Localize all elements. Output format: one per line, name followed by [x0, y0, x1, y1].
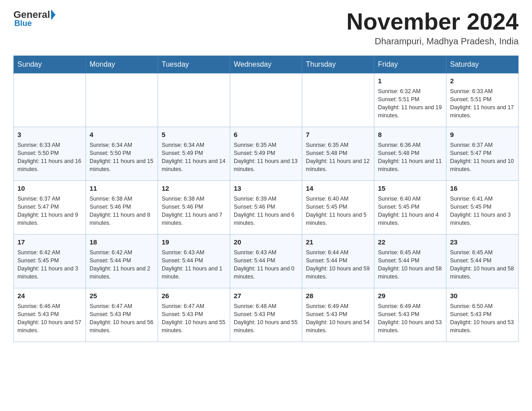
calendar-cell [302, 73, 374, 127]
calendar-cell: 12Sunrise: 6:38 AMSunset: 5:46 PMDayligh… [158, 181, 230, 235]
day-info: Sunrise: 6:41 AMSunset: 5:45 PMDaylight:… [450, 195, 515, 227]
day-number: 4 [90, 130, 154, 140]
day-number: 3 [17, 130, 82, 140]
day-number: 9 [450, 130, 515, 140]
day-info: Sunrise: 6:38 AMSunset: 5:46 PMDaylight:… [162, 195, 226, 227]
day-info: Sunrise: 6:47 AMSunset: 5:43 PMDaylight:… [162, 302, 226, 335]
day-header-sunday: Sunday [14, 56, 86, 73]
day-number: 29 [378, 291, 442, 301]
calendar-header-row: SundayMondayTuesdayWednesdayThursdayFrid… [14, 56, 519, 73]
day-info: Sunrise: 6:33 AMSunset: 5:50 PMDaylight:… [17, 141, 82, 174]
day-number: 6 [234, 130, 298, 140]
day-info: Sunrise: 6:50 AMSunset: 5:43 PMDaylight:… [450, 302, 515, 335]
day-number: 11 [90, 184, 154, 193]
day-info: Sunrise: 6:43 AMSunset: 5:44 PMDaylight:… [162, 248, 226, 281]
day-number: 30 [450, 291, 515, 301]
calendar-cell: 21Sunrise: 6:44 AMSunset: 5:44 PMDayligh… [302, 235, 374, 288]
calendar-cell: 26Sunrise: 6:47 AMSunset: 5:43 PMDayligh… [158, 288, 230, 342]
page-header: General Blue November 2024 Dharampuri, M… [13, 9, 519, 47]
logo: General Blue [13, 9, 56, 28]
day-number: 13 [234, 184, 298, 193]
calendar-cell: 27Sunrise: 6:48 AMSunset: 5:43 PMDayligh… [230, 288, 302, 342]
calendar-cell: 14Sunrise: 6:40 AMSunset: 5:45 PMDayligh… [302, 181, 374, 235]
day-info: Sunrise: 6:37 AMSunset: 5:47 PMDaylight:… [450, 141, 515, 174]
calendar-week-1: 1Sunrise: 6:32 AMSunset: 5:51 PMDaylight… [14, 73, 519, 127]
day-info: Sunrise: 6:35 AMSunset: 5:48 PMDaylight:… [306, 141, 370, 174]
logo-triangle-icon [51, 9, 56, 20]
day-info: Sunrise: 6:42 AMSunset: 5:45 PMDaylight:… [17, 248, 82, 281]
day-header-tuesday: Tuesday [158, 56, 230, 73]
day-info: Sunrise: 6:44 AMSunset: 5:44 PMDaylight:… [306, 248, 370, 281]
day-header-monday: Monday [86, 56, 158, 73]
day-number: 2 [450, 76, 515, 86]
day-info: Sunrise: 6:39 AMSunset: 5:46 PMDaylight:… [234, 195, 298, 227]
day-info: Sunrise: 6:47 AMSunset: 5:43 PMDaylight:… [90, 302, 154, 335]
day-number: 17 [17, 237, 82, 247]
day-number: 1 [378, 76, 442, 86]
calendar-cell: 19Sunrise: 6:43 AMSunset: 5:44 PMDayligh… [158, 235, 230, 288]
calendar-cell: 20Sunrise: 6:43 AMSunset: 5:44 PMDayligh… [230, 235, 302, 288]
calendar-cell: 10Sunrise: 6:37 AMSunset: 5:47 PMDayligh… [14, 181, 86, 235]
day-number: 26 [162, 291, 226, 301]
day-number: 22 [378, 237, 442, 247]
calendar-week-3: 10Sunrise: 6:37 AMSunset: 5:47 PMDayligh… [14, 181, 519, 235]
calendar-cell [14, 73, 86, 127]
day-info: Sunrise: 6:37 AMSunset: 5:47 PMDaylight:… [17, 195, 82, 227]
day-info: Sunrise: 6:43 AMSunset: 5:44 PMDaylight:… [234, 248, 298, 281]
day-number: 21 [306, 237, 370, 247]
day-info: Sunrise: 6:34 AMSunset: 5:50 PMDaylight:… [90, 141, 154, 174]
day-info: Sunrise: 6:33 AMSunset: 5:51 PMDaylight:… [450, 87, 515, 120]
calendar-cell: 11Sunrise: 6:38 AMSunset: 5:46 PMDayligh… [86, 181, 158, 235]
calendar-cell: 3Sunrise: 6:33 AMSunset: 5:50 PMDaylight… [14, 127, 86, 181]
day-header-wednesday: Wednesday [230, 56, 302, 73]
day-info: Sunrise: 6:42 AMSunset: 5:44 PMDaylight:… [90, 248, 154, 281]
month-title: November 2024 [347, 9, 519, 34]
calendar-cell: 28Sunrise: 6:49 AMSunset: 5:43 PMDayligh… [302, 288, 374, 342]
calendar-cell: 17Sunrise: 6:42 AMSunset: 5:45 PMDayligh… [14, 235, 86, 288]
calendar-week-4: 17Sunrise: 6:42 AMSunset: 5:45 PMDayligh… [14, 235, 519, 288]
calendar-cell: 30Sunrise: 6:50 AMSunset: 5:43 PMDayligh… [446, 288, 519, 342]
day-header-friday: Friday [374, 56, 446, 73]
calendar-cell: 1Sunrise: 6:32 AMSunset: 5:51 PMDaylight… [374, 73, 446, 127]
day-info: Sunrise: 6:36 AMSunset: 5:48 PMDaylight:… [378, 141, 442, 174]
day-info: Sunrise: 6:45 AMSunset: 5:44 PMDaylight:… [450, 248, 515, 281]
day-info: Sunrise: 6:46 AMSunset: 5:43 PMDaylight:… [17, 302, 82, 335]
calendar-cell: 6Sunrise: 6:35 AMSunset: 5:49 PMDaylight… [230, 127, 302, 181]
day-number: 16 [450, 184, 515, 193]
calendar-week-2: 3Sunrise: 6:33 AMSunset: 5:50 PMDaylight… [14, 127, 519, 181]
day-info: Sunrise: 6:49 AMSunset: 5:43 PMDaylight:… [306, 302, 370, 335]
calendar-cell: 16Sunrise: 6:41 AMSunset: 5:45 PMDayligh… [446, 181, 519, 235]
day-number: 10 [17, 184, 82, 193]
day-number: 28 [306, 291, 370, 301]
day-number: 12 [162, 184, 226, 193]
calendar-cell: 7Sunrise: 6:35 AMSunset: 5:48 PMDaylight… [302, 127, 374, 181]
title-section: November 2024 Dharampuri, Madhya Pradesh… [347, 9, 519, 47]
day-info: Sunrise: 6:38 AMSunset: 5:46 PMDaylight:… [90, 195, 154, 227]
calendar-cell: 5Sunrise: 6:34 AMSunset: 5:49 PMDaylight… [158, 127, 230, 181]
day-info: Sunrise: 6:45 AMSunset: 5:44 PMDaylight:… [378, 248, 442, 281]
calendar-cell [86, 73, 158, 127]
calendar-cell [230, 73, 302, 127]
day-number: 24 [17, 291, 82, 301]
day-info: Sunrise: 6:40 AMSunset: 5:45 PMDaylight:… [306, 195, 370, 227]
location: Dharampuri, Madhya Pradesh, India [347, 36, 519, 47]
day-info: Sunrise: 6:40 AMSunset: 5:45 PMDaylight:… [378, 195, 442, 227]
day-header-thursday: Thursday [302, 56, 374, 73]
calendar-table: SundayMondayTuesdayWednesdayThursdayFrid… [13, 56, 519, 342]
day-number: 5 [162, 130, 226, 140]
calendar-cell: 23Sunrise: 6:45 AMSunset: 5:44 PMDayligh… [446, 235, 519, 288]
day-number: 15 [378, 184, 442, 193]
day-info: Sunrise: 6:48 AMSunset: 5:43 PMDaylight:… [234, 302, 298, 335]
day-number: 23 [450, 237, 515, 247]
day-header-saturday: Saturday [446, 56, 519, 73]
day-number: 14 [306, 184, 370, 193]
day-number: 18 [90, 237, 154, 247]
calendar-cell: 22Sunrise: 6:45 AMSunset: 5:44 PMDayligh… [374, 235, 446, 288]
day-info: Sunrise: 6:32 AMSunset: 5:51 PMDaylight:… [378, 87, 442, 120]
calendar-cell: 8Sunrise: 6:36 AMSunset: 5:48 PMDaylight… [374, 127, 446, 181]
day-number: 8 [378, 130, 442, 140]
calendar-cell: 9Sunrise: 6:37 AMSunset: 5:47 PMDaylight… [446, 127, 519, 181]
day-number: 25 [90, 291, 154, 301]
calendar-cell: 13Sunrise: 6:39 AMSunset: 5:46 PMDayligh… [230, 181, 302, 235]
calendar-cell: 24Sunrise: 6:46 AMSunset: 5:43 PMDayligh… [14, 288, 86, 342]
